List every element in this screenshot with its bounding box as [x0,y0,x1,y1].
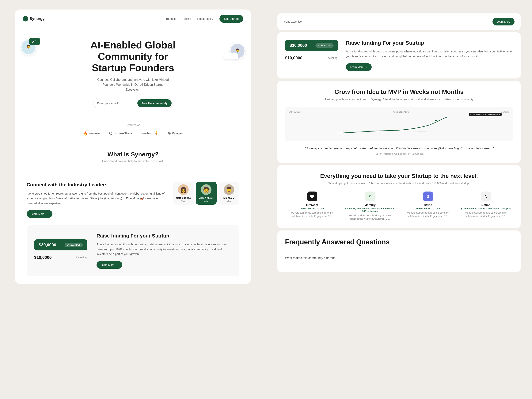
waverio-icon: 🔥 [83,131,88,136]
testimonial-author: - Julian Peterson, Co-Founder of Fat Cat… [285,152,513,155]
svg-point-1 [435,119,437,121]
invested-stat: $30,0000 ✓ Invested! [34,239,87,250]
right-investing-stat: $10,0000 Investing! [285,53,338,63]
faq-item-1[interactable]: What makes this community different? + [285,252,513,264]
faq-title: Frequently Answered Questions [285,238,513,246]
mercury-icon: ☿ [365,191,375,201]
hero-subtitle: Connect, Collaborate, and Innovate with … [97,77,169,92]
connect-section: Connect with the Industry Leaders A one-… [15,178,251,225]
mercury-discount: Spend $1,000 with your debit card and re… [343,207,397,213]
person-role-1: CLO [176,200,191,202]
raise-title-right: Raise funding For your Startup [346,40,513,46]
logo-waverio: 🔥 waverio [83,131,100,136]
top-learn-more-button-1[interactable]: Learn More [493,18,514,25]
connect-desc: A one-stop-shop for entrepreneurial tale… [27,191,165,206]
hero-float-left: 🧑‍💼 [21,39,36,55]
faq-question-1: What makes this community different? [285,256,336,260]
tool-notion: N Notion $1,000 in credit toward a new N… [459,191,513,221]
hero-float-right: 👨‍💼 [230,43,245,58]
connect-cards: 👩 Nattie Jones CLO 🧑 Aiden Musk CXO [173,182,239,205]
featured-logos: 🔥 waverio ⬡ SquareStone martino 🤸 ❋ Viro… [27,131,239,136]
chart-area: With Synergy You Build it Alone 2 Weeks … [285,107,513,141]
stripe-name: Stripe [401,203,455,207]
hero-title: AI-Enabled Global Community for Startup … [84,39,182,74]
stripe-desc: We help businesses build strong customer… [401,211,455,218]
person-card-2: 🧑 Aiden Musk CXO [196,182,217,205]
faq-expand-icon: + [511,256,513,260]
left-panel: ∞ Synergy Benefits Pricing Resources Get… [0,6,266,399]
nav-pricing[interactable]: Pricing [182,17,191,20]
intercom-discount: 100% OFF for 1st Year [285,207,339,210]
nav-benefits[interactable]: Benefits [166,17,176,20]
tool-intercom: 💬 Intercom 100% OFF for 1st Year We help… [285,191,339,221]
mercury-name: Mercury [343,203,397,207]
person-avatar-1: 👩 [178,184,189,195]
notion-desc: We help businesses build strong customer… [459,211,513,218]
what-is-title: What is Synergy? [27,151,239,158]
nav-logo-text: Synergy [30,17,45,21]
funding-section: $30,0000 ✓ Invested! $10,0000 Investing!… [27,225,239,276]
testimonial-text: "Synergy connected me with my co-founder… [285,146,513,151]
right-check-icon: ✓ [318,44,320,47]
raise-inner: $30,0000 ✓ Invested! $10,0000 Investing!… [285,40,513,71]
right-panel: areas expertise. Learn More $30,0000 ✓ I… [266,6,532,399]
what-is-subtitle: Understand how we help founders to · sca… [27,159,239,163]
arrow-right-icon: → [46,212,48,215]
virogan-icon: ❋ [168,131,171,136]
funding-text: Raise funding For your Startup Run a fun… [96,233,232,269]
person-name-3: Micheal J [221,196,237,199]
everything-title: Everything you need to take your Startup… [285,173,513,179]
grow-subtitle: Partner up with your connections on Syne… [285,98,513,101]
notion-name: Notion [459,203,513,207]
invested-badge: ✓ Invested! [65,243,83,247]
raise-stats-right: $30,0000 ✓ Invested! $10,0000 Investing! [285,40,338,63]
chart-label-alone: You Build it Alone [393,111,409,113]
join-community-button[interactable]: Join The community [137,99,171,107]
stripe-discount: 100% OFF for 1st Year [401,207,455,210]
invested-amount: $30,0000 [39,242,56,247]
funding-learn-more-button[interactable]: Learn More → [96,261,122,269]
investing-stat: $10,0000 Investing! [34,253,87,262]
nav-links: Benefits Pricing Resources Get Started [166,15,243,23]
chat-icon-bubble [224,53,238,59]
grow-mvp-card: Grow from Idea to MVP in Weeks not Month… [277,81,521,163]
right-invested-stat: $30,0000 ✓ Invested! [285,40,338,51]
martino-icon: 🤸 [154,131,158,136]
featured-label: Featured on [27,124,239,127]
get-started-button[interactable]: Get Started [219,15,243,23]
person-avatar-2: 🧑 [201,184,211,195]
faq-card: Frequently Answered Questions What makes… [277,230,521,272]
hero-email-form: Join The community [93,98,173,108]
person-avatar-3: 👨 [224,184,234,195]
top-partial-text: areas expertise. [284,20,303,23]
person-card-1: 👩 Nattie Jones CLO [173,182,194,205]
right-invested-amount: $30,0000 [290,43,307,48]
notion-icon: N [481,191,491,201]
logo-icon: ∞ [23,16,28,21]
top-partial-card: areas expertise. Learn More [277,13,521,30]
person-role-3: CEO [221,200,237,202]
right-investing-label: Investing! [327,57,338,59]
chart-tooltip: Launched & Gained first customers [469,113,502,116]
person-name-1: Nattie Jones [176,196,191,199]
investing-label: Investing! [76,256,87,259]
right-investing-amount: $10,0000 [285,56,303,60]
person-name-2: Aiden Musk [198,196,214,199]
nav-logo: ∞ Synergy [23,16,45,21]
funding-stats: $30,0000 ✓ Invested! $10,0000 Investing! [34,239,87,262]
main-card: ∞ Synergy Benefits Pricing Resources Get… [15,10,251,284]
grow-title: Grow from Idea to MVP in Weeks not Month… [285,88,513,95]
email-input[interactable] [97,102,136,105]
tool-stripe: S Stripe 100% OFF for 1st Year We help b… [401,191,455,221]
nav-resources[interactable]: Resources [197,17,213,20]
growth-chart [289,114,509,139]
connect-learn-more-button[interactable]: Learn More → [27,210,52,218]
intercom-name: Intercom [285,203,339,207]
funding-arrow-icon: → [115,263,118,266]
check-icon: ✓ [67,244,69,247]
navbar: ∞ Synergy Benefits Pricing Resources Get… [15,10,251,28]
raise-learn-more-button[interactable]: Learn More → [346,63,372,71]
funding-title: Raise funding For your Startup [96,233,232,239]
connect-title: Connect with the Industry Leaders [27,182,165,188]
mercury-desc: We help businesses build strong customer… [343,214,397,221]
